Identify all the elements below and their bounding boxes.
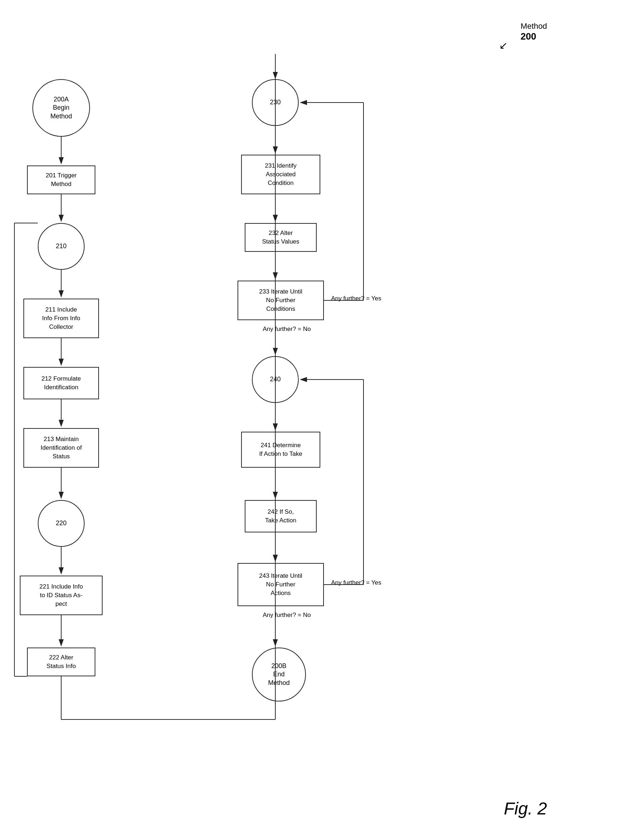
flowchart-lines [0, 0, 619, 840]
node-232: 232 Alter Status Values [245, 223, 317, 252]
node-242: 242 If So, Take Action [245, 500, 317, 533]
node-211: 211 Include Info From Info Collector [23, 298, 99, 338]
node-233: 233 Iterate Until No Further Conditions [238, 280, 324, 320]
fig-label: Fig. 2 [504, 799, 547, 818]
any-further-yes-2: Any further? = Yes [331, 579, 381, 586]
node-230: 230 [252, 79, 299, 126]
any-further-no-2: Any further? = No [263, 612, 311, 619]
method-number: 200 [521, 31, 547, 42]
node-240: 240 [252, 356, 299, 403]
any-further-yes-1: Any further? = Yes [331, 295, 381, 302]
method-arrow-icon: ↙ [499, 40, 507, 51]
node-243: 243 Iterate Until No Further Actions [238, 563, 324, 606]
node-210: 210 [38, 223, 85, 270]
node-213: 213 Maintain Identification of Status [23, 428, 99, 468]
node-221: 221 Include Info to ID Status As- pect [20, 576, 103, 615]
node-222: 222 Alter Status Info [27, 648, 96, 676]
node-241: 241 Determine If Action to Take [241, 432, 320, 468]
node-200B: 200B End Method [252, 648, 306, 701]
node-201: 201 Trigger Method [27, 166, 96, 194]
node-212: 212 Formulate Identification [23, 367, 99, 399]
node-200A: 200A Begin Method [32, 79, 90, 137]
page-container: Method 200 ↙ Fig. 2 200A Begin Method 20… [0, 0, 619, 840]
method-label: Method 200 [521, 22, 547, 42]
node-220: 220 [38, 500, 85, 547]
method-title: Method [521, 22, 547, 31]
any-further-no-1: Any further? = No [263, 325, 311, 333]
node-231: 231 Identify Associated Condition [241, 155, 320, 194]
